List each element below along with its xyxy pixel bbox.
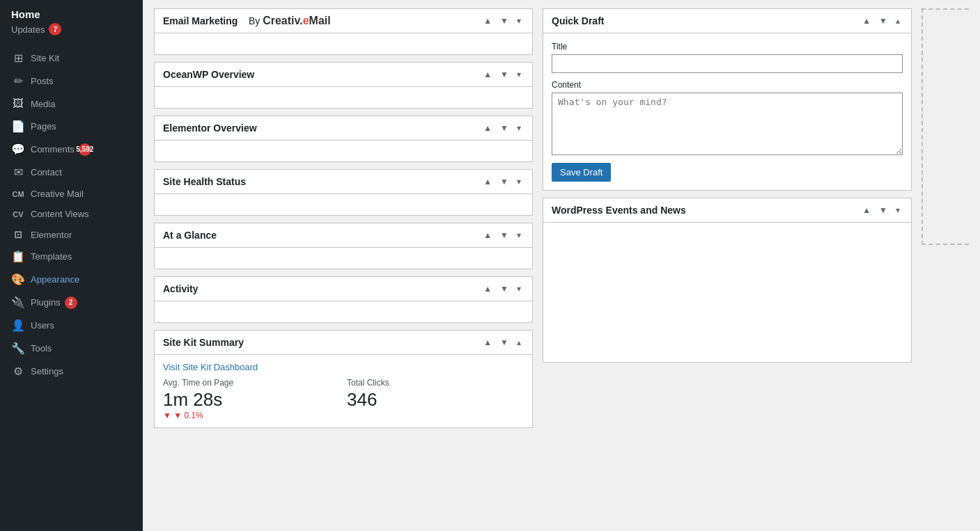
widget-elementor-toggle[interactable]: ▾ [514, 122, 524, 134]
widget-oceanwp-toggle[interactable]: ▾ [514, 68, 524, 81]
widget-activity-down[interactable]: ▼ [497, 283, 511, 295]
plugins-icon: 🔌 [11, 296, 25, 309]
sidebar-label-posts: Posts [31, 76, 54, 86]
sidebar-item-templates[interactable]: 📋 Templates [0, 245, 143, 268]
widget-elementor-body [155, 141, 532, 161]
widget-site-kit-down[interactable]: ▼ [497, 336, 511, 349]
sidebar-item-creative-mail[interactable]: CM Creative Mail [0, 184, 143, 204]
widget-oceanwp-up[interactable]: ▲ [481, 68, 495, 81]
widget-wp-events-header: WordPress Events and News ▲ ▼ ▾ [543, 198, 911, 223]
sidebar-label-pages: Pages [31, 121, 56, 132]
widget-site-kit-summary-header: Site Kit Summary ▲ ▼ ▴ [155, 331, 532, 355]
widget-activity-header: Activity ▲ ▼ ▾ [155, 277, 532, 301]
sidebar-label-tools: Tools [31, 343, 52, 354]
avg-time-delta: ▼ 0.1% [163, 411, 340, 420]
widget-quick-draft: Quick Draft ▲ ▼ ▴ Title Content Save Dra… [543, 8, 912, 191]
widget-activity-toggle[interactable]: ▾ [514, 283, 524, 295]
stat-avg-time: Avg. Time on Page 1m 28s ▼ 0.1% [163, 378, 340, 420]
sidebar-home-link[interactable]: Home [11, 8, 132, 20]
widget-at-a-glance-toggle[interactable]: ▾ [514, 229, 524, 241]
widget-at-a-glance-controls: ▲ ▼ ▾ [481, 229, 524, 241]
sidebar-item-media[interactable]: 🖼 Media [0, 93, 143, 115]
widget-elementor-up[interactable]: ▲ [481, 122, 495, 134]
sidebar-label-content-views: Content Views [31, 209, 89, 219]
widget-elementor: Elementor Overview ▲ ▼ ▾ [154, 116, 533, 162]
title-label: Title [552, 42, 903, 51]
widget-at-a-glance-down[interactable]: ▼ [497, 229, 511, 241]
comments-badge: 5,592 [79, 143, 91, 156]
updates-link[interactable]: Updates [11, 24, 45, 35]
widget-site-kit-summary-body: Visit Site Kit Dashboard Avg. Time on Pa… [155, 355, 532, 427]
widget-activity-controls: ▲ ▼ ▾ [481, 283, 524, 295]
widget-activity-up[interactable]: ▲ [481, 283, 495, 295]
sidebar-item-settings[interactable]: ⚙ Settings [0, 360, 143, 383]
sidebar-item-content-views[interactable]: CV Content Views [0, 204, 143, 224]
sidebar-item-pages[interactable]: 📄 Pages [0, 115, 143, 138]
sidebar-item-plugins[interactable]: 🔌 Plugins 2 [0, 291, 143, 314]
widget-quick-draft-toggle[interactable]: ▴ [893, 15, 903, 27]
stat-total-clicks: Total Clicks 346 [347, 378, 524, 420]
widget-elementor-down[interactable]: ▼ [497, 122, 511, 134]
widget-email-marketing-controls: ▲ ▼ ▾ [481, 15, 524, 27]
sidebar-label-templates: Templates [31, 251, 72, 262]
widget-site-kit-toggle[interactable]: ▴ [514, 336, 524, 349]
total-clicks-value: 346 [347, 389, 524, 411]
sidebar-item-site-kit[interactable]: ⊞ Site Kit [0, 47, 143, 70]
widget-elementor-header: Elementor Overview ▲ ▼ ▾ [155, 116, 532, 141]
plugins-badge: 2 [65, 296, 77, 309]
widget-email-marketing-up[interactable]: ▲ [481, 15, 495, 27]
sidebar-label-site-kit: Site Kit [31, 53, 59, 63]
widget-wp-events-down[interactable]: ▼ [876, 204, 890, 216]
widget-oceanwp-header: OceanWP Overview ▲ ▼ ▾ [155, 63, 532, 87]
widget-at-a-glance-header: At a Glance ▲ ▼ ▾ [155, 223, 532, 248]
sidebar-label-plugins: Plugins [31, 297, 61, 308]
updates-badge: 7 [49, 23, 61, 35]
widget-site-kit-summary-title: Site Kit Summary [163, 337, 244, 348]
widget-site-health-body [155, 194, 532, 215]
widget-oceanwp-controls: ▲ ▼ ▾ [481, 68, 524, 81]
widget-email-marketing-toggle[interactable]: ▾ [514, 15, 524, 27]
avg-time-value: 1m 28s [163, 389, 340, 411]
widget-site-health: Site Health Status ▲ ▼ ▾ [154, 169, 533, 216]
widget-quick-draft-up[interactable]: ▲ [860, 15, 873, 27]
avg-time-label: Avg. Time on Page [163, 378, 340, 388]
widget-activity-title: Activity [163, 283, 199, 294]
posts-icon: ✏ [11, 74, 25, 88]
sidebar-item-elementor[interactable]: ⊡ Elementor [0, 224, 143, 245]
sidebar-item-appearance[interactable]: 🎨 Appearance Themes 5 [0, 268, 143, 291]
site-kit-icon: ⊞ [11, 51, 25, 65]
quick-draft-title-input[interactable] [552, 54, 903, 73]
users-icon: 👤 [11, 319, 25, 332]
sidebar-item-posts[interactable]: ✏ Posts [0, 70, 143, 93]
sidebar-header: Home Updates 7 [0, 0, 143, 47]
sidebar: Home Updates 7 ⊞ Site Kit ✏ Posts 🖼 [0, 0, 143, 531]
widget-quick-draft-down[interactable]: ▼ [876, 15, 890, 27]
widget-email-marketing-title: Email Marketing By Creativ.eMail [163, 15, 331, 27]
widget-site-health-toggle[interactable]: ▾ [514, 175, 524, 188]
widget-site-health-title: Site Health Status [163, 176, 246, 187]
sidebar-item-comments[interactable]: 💬 Comments 5,592 [0, 138, 143, 161]
widget-oceanwp-down[interactable]: ▼ [497, 68, 511, 81]
sidebar-item-tools[interactable]: 🔧 Tools [0, 337, 143, 360]
widget-wp-events-up[interactable]: ▲ [860, 204, 873, 216]
save-draft-button[interactable]: Save Draft [552, 163, 611, 182]
sidebar-label-media: Media [31, 99, 55, 109]
widget-quick-draft-body: Title Content Save Draft [543, 33, 911, 190]
sidebar-item-contact[interactable]: ✉ Contact [0, 161, 143, 184]
widget-wp-events-toggle[interactable]: ▾ [893, 204, 903, 216]
contact-icon: ✉ [11, 166, 25, 179]
widget-at-a-glance-up[interactable]: ▲ [481, 229, 495, 241]
quick-draft-content-input[interactable] [552, 93, 903, 155]
widget-wp-events-controls: ▲ ▼ ▾ [860, 204, 903, 216]
sidebar-item-users[interactable]: 👤 Users [0, 314, 143, 337]
right-column: Quick Draft ▲ ▼ ▴ Title Content Save Dra… [543, 8, 912, 523]
widget-wp-events-body [543, 223, 911, 362]
widget-site-health-down[interactable]: ▼ [497, 175, 511, 188]
widget-site-health-controls: ▲ ▼ ▾ [481, 175, 524, 188]
site-kit-dashboard-link[interactable]: Visit Site Kit Dashboard [163, 362, 258, 372]
widget-wp-events-title: WordPress Events and News [552, 205, 686, 216]
widget-site-health-up[interactable]: ▲ [481, 175, 495, 188]
widget-site-kit-up[interactable]: ▲ [481, 336, 495, 349]
widget-email-marketing-down[interactable]: ▼ [497, 15, 511, 27]
settings-icon: ⚙ [11, 365, 25, 378]
